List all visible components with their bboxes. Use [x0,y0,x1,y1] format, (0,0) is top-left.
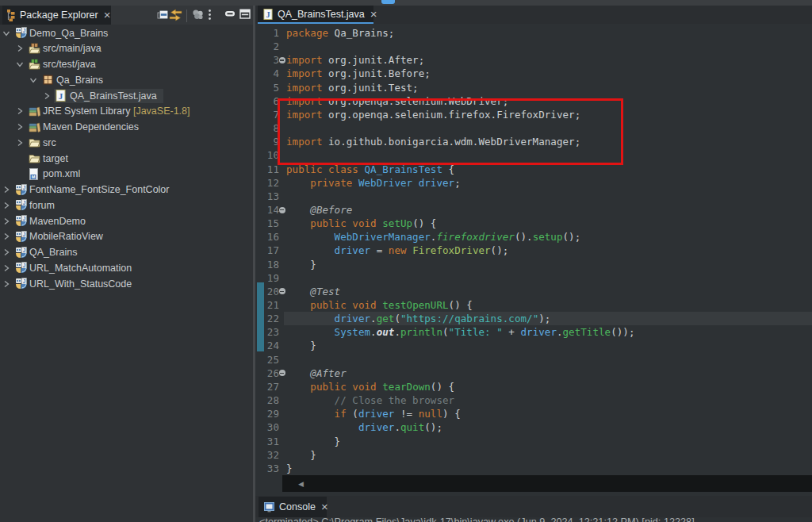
chevron-down-icon[interactable] [29,76,37,84]
chevron-right-icon[interactable] [2,248,10,256]
line-number[interactable]: 31 [255,435,279,448]
line-number[interactable]: 28 [255,393,279,407]
tree-item-qa-brains[interactable]: JQA_Brains [0,244,254,260]
tree-item-mavendemo[interactable]: JMavenDemo [0,213,254,229]
line-number[interactable]: 18 [255,258,279,271]
code-line-21[interactable]: public void testOpenURL() { [286,298,473,312]
fold-marker-icon[interactable] [279,207,285,213]
code-line-14[interactable]: @Before [286,203,352,217]
code-line-27[interactable]: public void tearDown() { [286,380,454,393]
scroll-left-arrow-icon[interactable]: ◀ [298,480,304,488]
code-line-12[interactable]: private WebDriver driver; [286,176,461,190]
line-number[interactable]: 33 [255,462,279,475]
maximize-icon[interactable] [239,9,251,19]
chevron-right-icon[interactable] [2,232,10,240]
line-number[interactable]: 13 [255,190,279,203]
console-close-icon[interactable]: × [321,502,328,512]
chevron-down-icon[interactable] [16,60,24,68]
line-number[interactable]: 2 [255,40,279,53]
code-line-20[interactable]: @Test [286,285,340,298]
tree-item-demo-qa-brains[interactable]: JDemo_Qa_Brains [0,25,254,41]
tree-item-jre-system-library-[interactable]: JRE System Library [JavaSE-1.8] [0,103,254,119]
chevron-right-icon[interactable] [16,44,24,52]
line-number[interactable]: 17 [255,244,279,257]
line-number[interactable]: 21 [255,298,279,312]
code-line-18[interactable]: } [286,258,316,271]
tree-item-src-test-java[interactable]: src/test/java [0,56,254,72]
tree-item-forum[interactable]: Jforum [0,198,254,213]
chevron-right-icon[interactable] [16,107,24,115]
focus-on-active-task-icon[interactable] [192,9,205,21]
chevron-right-icon[interactable] [2,264,10,272]
code-line-1[interactable]: package Qa_Brains; [286,26,394,40]
code-line-26[interactable]: @After [286,367,347,380]
tree-item-pom-xml[interactable]: Mpom.xml [0,166,254,182]
tree-item-fontname-fontsize-fontcolor[interactable]: JFontName_FontSize_FontColor [0,182,254,198]
line-number[interactable]: 6 [255,94,279,108]
line-number[interactable]: 4 [255,67,279,80]
code-line-30[interactable]: driver.quit(); [286,420,442,434]
line-number[interactable]: 16 [255,230,279,244]
code-line-31[interactable]: } [286,435,340,448]
code-line-17[interactable]: driver = new FirefoxDriver(); [286,244,508,257]
tab-console[interactable]: Console × [259,497,327,517]
line-number[interactable]: 10 [255,148,279,162]
horizontal-scrollbar[interactable]: ◀ [282,475,812,492]
line-number[interactable]: 19 [255,271,279,285]
tab-qa-brainstest-java[interactable]: J QA_BrainsTest.java × [258,6,373,22]
line-number[interactable]: 29 [255,407,279,420]
line-number[interactable]: 26 [255,367,279,380]
line-number[interactable]: 15 [255,217,279,230]
code-line-4[interactable]: import org.junit.Before; [286,67,431,80]
code-line-15[interactable]: public void setUp() { [286,217,436,230]
code-editor[interactable]: 1package Qa_Brains;23import org.junit.Af… [255,24,812,482]
tree-item-src-main-java[interactable]: src/main/java [0,40,254,56]
minimize-icon[interactable] [224,9,236,18]
tree-item-target[interactable]: target [0,151,254,167]
view-menu-icon[interactable] [208,9,212,21]
tree-item-src[interactable]: src [0,135,254,151]
tree-item-qa-brainstest-java[interactable]: JQA_BrainsTest.java [0,88,254,104]
tree-item-url-matchautomation[interactable]: JURL_MatchAutomation [0,260,254,276]
tree-item-url-with-statuscode[interactable]: JURL_With_StatusCode [0,276,254,292]
code-line-23[interactable]: System.out.println("Title: " + driver.ge… [286,325,634,339]
chevron-right-icon[interactable] [2,202,10,209]
tree-item-qa-brains[interactable]: Qa_Brains [0,72,254,88]
code-line-28[interactable]: // Close the browser [286,393,454,407]
line-number[interactable]: 22 [255,312,279,325]
chevron-right-icon[interactable] [2,280,10,288]
line-number[interactable]: 24 [255,339,279,352]
link-with-editor-icon[interactable] [169,9,182,21]
code-line-33[interactable]: } [286,462,293,475]
code-line-32[interactable]: } [286,448,316,462]
code-line-3[interactable]: import org.junit.After; [286,53,424,67]
code-line-22[interactable]: driver.get("https://qabrains.com/"); [286,312,550,325]
code-line-5[interactable]: import org.junit.Test; [286,81,419,94]
line-number[interactable]: 23 [255,325,279,339]
line-number[interactable]: 5 [255,81,279,94]
chevron-right-icon[interactable] [43,92,51,100]
line-number[interactable]: 32 [255,448,279,462]
toolbar-active-button[interactable] [381,0,395,4]
fold-marker-icon[interactable] [279,370,285,376]
editor-tab-close-icon[interactable]: × [370,10,377,19]
chevron-right-icon[interactable] [2,186,10,194]
code-line-24[interactable]: } [286,339,316,352]
line-number[interactable]: 12 [255,176,279,190]
line-number[interactable]: 27 [255,380,279,393]
collapse-all-icon[interactable] [157,9,168,21]
line-number[interactable]: 3 [255,53,279,67]
chevron-right-icon[interactable] [16,139,24,147]
line-number[interactable]: 11 [255,163,279,176]
line-number[interactable]: 1 [255,26,279,40]
fold-marker-icon[interactable] [279,288,285,294]
line-number[interactable]: 30 [255,420,279,434]
line-number[interactable]: 20 [255,285,279,298]
code-line-16[interactable]: WebDriverManager.firefoxdriver().setup()… [286,230,580,244]
chevron-right-icon[interactable] [2,217,10,225]
tree-item-mobileratioview[interactable]: JMobileRatioView [0,228,254,244]
line-number[interactable]: 25 [255,353,279,367]
code-line-29[interactable]: if (driver != null) { [286,407,461,420]
chevron-right-icon[interactable] [16,123,24,131]
line-number[interactable]: 14 [255,203,279,217]
